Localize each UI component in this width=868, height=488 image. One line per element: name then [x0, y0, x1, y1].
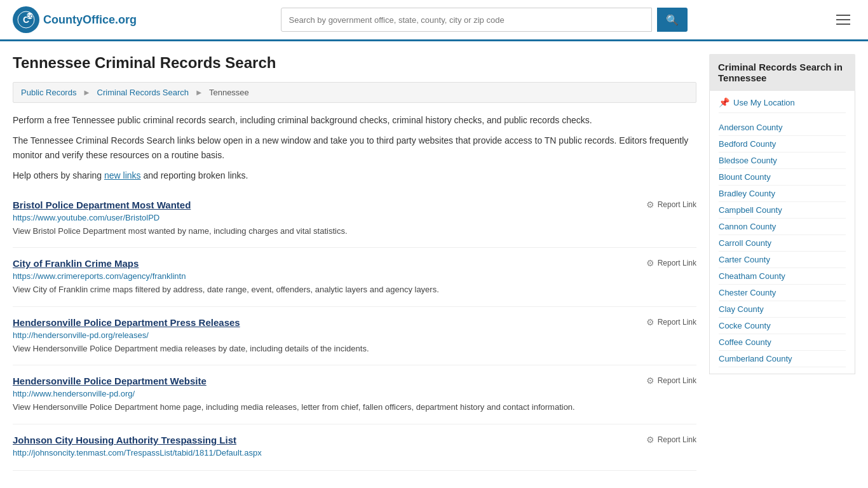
main-container: Tennessee Criminal Records Search Public… — [0, 41, 868, 484]
sidebar-county-bledsoe-county[interactable]: Bledsoe County — [719, 152, 846, 169]
result-desc-0: View Bristol Police Department most want… — [13, 225, 696, 238]
sidebar-county-bradley-county[interactable]: Bradley County — [719, 186, 846, 202]
sidebar-county-anderson-county[interactable]: Anderson County — [719, 119, 846, 136]
sidebar-county-coffee-county[interactable]: Coffee County — [719, 334, 846, 351]
result-title-row: City of Franklin Crime Maps ⚙ Report Lin… — [13, 258, 696, 269]
sidebar-county-bedford-county[interactable]: Bedford County — [719, 136, 846, 152]
result-title-row: Hendersonville Police Department Website… — [13, 376, 696, 386]
result-url-4[interactable]: http://johnsoncity.tenmast.com/TrespassL… — [13, 448, 696, 458]
new-links-link[interactable]: new links — [104, 170, 141, 180]
result-item: Hendersonville Police Department Website… — [13, 365, 696, 424]
result-item: Hendersonville Police Department Press R… — [13, 307, 696, 366]
page-title: Tennessee Criminal Records Search — [13, 54, 696, 72]
search-button[interactable]: 🔍 — [657, 8, 688, 32]
result-title-1[interactable]: City of Franklin Crime Maps — [13, 258, 139, 269]
report-link-0[interactable]: ⚙ Report Link — [646, 200, 696, 210]
logo-icon: C CO — [13, 6, 39, 33]
sidebar-county-carter-county[interactable]: Carter County — [719, 252, 846, 268]
report-icon: ⚙ — [646, 317, 654, 327]
report-link-4[interactable]: ⚙ Report Link — [646, 435, 696, 445]
breadcrumb: Public Records ► Criminal Records Search… — [13, 82, 696, 103]
result-item: Johnson City Housing Authority Trespassi… — [13, 424, 696, 471]
sidebar-content: 📌 Use My Location Anderson CountyBedford… — [709, 91, 855, 374]
result-title-2[interactable]: Hendersonville Police Department Press R… — [13, 317, 240, 328]
report-link-3[interactable]: ⚙ Report Link — [646, 376, 696, 386]
search-bar: 🔍 — [281, 8, 688, 32]
breadcrumb-current: Tennessee — [209, 88, 249, 97]
result-title-row: Hendersonville Police Department Press R… — [13, 317, 696, 328]
result-title-3[interactable]: Hendersonville Police Department Website — [13, 376, 207, 386]
sidebar-county-campbell-county[interactable]: Campbell County — [719, 202, 846, 219]
sidebar: Criminal Records Search in Tennessee 📌 U… — [709, 54, 855, 471]
result-url-3[interactable]: http://www.hendersonville-pd.org/ — [13, 389, 696, 398]
logo-text: CountyOffice.org — [43, 13, 137, 27]
sidebar-county-cannon-county[interactable]: Cannon County — [719, 219, 846, 235]
result-item: Bristol Police Department Most Wanted ⚙ … — [13, 189, 696, 248]
intro-paragraph-1: Perform a free Tennessee public criminal… — [13, 113, 696, 127]
result-desc-3: View Hendersonville Police Department ho… — [13, 401, 696, 414]
report-link-1[interactable]: ⚙ Report Link — [646, 258, 696, 268]
menu-button[interactable] — [831, 12, 855, 27]
result-title-0[interactable]: Bristol Police Department Most Wanted — [13, 200, 191, 210]
intro-paragraph-2: The Tennessee Criminal Records Search li… — [13, 133, 696, 162]
report-icon: ⚙ — [646, 200, 654, 210]
result-url-0[interactable]: https://www.youtube.com/user/BristolPD — [13, 213, 696, 222]
intro-paragraph-3: Help others by sharing new links and rep… — [13, 168, 696, 182]
sidebar-county-cocke-county[interactable]: Cocke County — [719, 318, 846, 334]
sidebar-county-cheatham-county[interactable]: Cheatham County — [719, 268, 846, 285]
report-icon: ⚙ — [646, 435, 654, 445]
counties-list: Anderson CountyBedford CountyBledsoe Cou… — [719, 119, 846, 367]
report-icon: ⚙ — [646, 376, 654, 386]
sidebar-county-clay-county[interactable]: Clay County — [719, 301, 846, 318]
results-container: Bristol Police Department Most Wanted ⚙ … — [13, 189, 696, 471]
result-title-row: Johnson City Housing Authority Trespassi… — [13, 435, 696, 445]
content-area: Tennessee Criminal Records Search Public… — [13, 54, 696, 471]
logo[interactable]: C CO CountyOffice.org — [13, 6, 137, 33]
svg-text:CO: CO — [27, 14, 34, 18]
location-pin-icon: 📌 — [719, 97, 729, 107]
sidebar-county-cumberland-county[interactable]: Cumberland County — [719, 351, 846, 367]
use-location-label: Use My Location — [733, 98, 795, 107]
sidebar-county-carroll-county[interactable]: Carroll County — [719, 235, 846, 252]
result-url-2[interactable]: http://hendersonville-pd.org/releases/ — [13, 330, 696, 340]
breadcrumb-public-records[interactable]: Public Records — [21, 88, 76, 97]
result-item: City of Franklin Crime Maps ⚙ Report Lin… — [13, 248, 696, 307]
result-title-4[interactable]: Johnson City Housing Authority Trespassi… — [13, 435, 236, 445]
report-link-2[interactable]: ⚙ Report Link — [646, 317, 696, 327]
sidebar-title: Criminal Records Search in Tennessee — [709, 54, 855, 91]
result-desc-2: View Hendersonville Police Department me… — [13, 342, 696, 355]
breadcrumb-criminal-records[interactable]: Criminal Records Search — [97, 88, 189, 97]
site-header: C CO CountyOffice.org 🔍 — [0, 0, 868, 41]
sidebar-county-chester-county[interactable]: Chester County — [719, 285, 846, 301]
sidebar-county-blount-county[interactable]: Blount County — [719, 169, 846, 186]
result-url-1[interactable]: https://www.crimereports.com/agency/fran… — [13, 271, 696, 281]
search-input[interactable] — [281, 8, 652, 32]
result-title-row: Bristol Police Department Most Wanted ⚙ … — [13, 200, 696, 210]
result-desc-1: View City of Franklin crime maps filtere… — [13, 283, 696, 296]
report-icon: ⚙ — [646, 258, 654, 268]
use-location-button[interactable]: 📌 Use My Location — [719, 97, 846, 113]
